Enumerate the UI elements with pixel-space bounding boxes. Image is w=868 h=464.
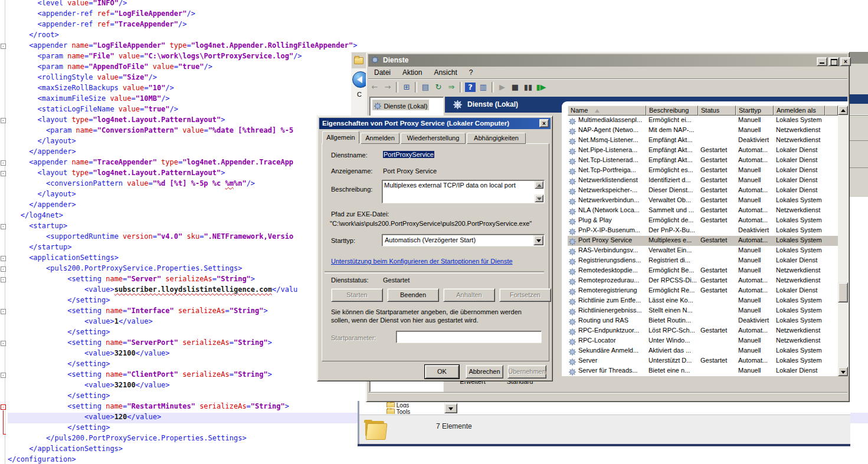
service-row-richtlinienergebniss[interactable]: Richtlinienergebniss...Stellt einen N...… [568, 306, 838, 316]
column-header-starttyp[interactable]: Starttyp [736, 106, 774, 116]
file-list-row[interactable]: Tools [386, 408, 410, 414]
help-icon[interactable]: ? [465, 83, 476, 92]
services-app-icon [371, 56, 379, 65]
menu-aktion[interactable]: Aktion [397, 67, 428, 78]
fold-toggle[interactable]: - [1, 224, 6, 229]
cell: Netzwerkdienst [776, 206, 825, 213]
service-row-remoteprozedurau[interactable]: Remoteprozedurau...Der RPCSS-Di...Gestar… [568, 276, 838, 286]
explorer-titlebar-fragment[interactable] [351, 52, 367, 69]
service-row-net-pipe-listenera[interactable]: Net.Pipe-Listenera...Empfängt Akt...Gest… [568, 146, 838, 156]
column-header-beschreibung[interactable]: Beschreibung [646, 106, 698, 116]
menu-ansicht[interactable]: Ansicht [428, 67, 463, 78]
fold-toggle[interactable]: - [1, 309, 6, 314]
service-row-ras-verbindungsv[interactable]: RAS-Verbindungsv...Verwaltet Ein...Manue… [568, 246, 838, 256]
service-row-netzwerklistendienst[interactable]: NetzwerklistendienstIdentifiziert d...Ge… [568, 176, 838, 186]
dienstname-value[interactable]: PortProxyService [383, 151, 434, 158]
fold-toggle[interactable]: - [1, 266, 6, 272]
dialog-tab-wiederherstellung[interactable]: Wiederherstellung [401, 133, 466, 144]
cell: Netzwerkdienst [776, 126, 825, 133]
minimize-button[interactable] [817, 57, 827, 66]
column-header-filler[interactable] [825, 106, 838, 116]
refresh-icon[interactable]: ↻ [432, 81, 445, 93]
service-row-port-proxy-service[interactable]: Port Proxy ServiceMultiplexes e...Gestar… [568, 236, 838, 246]
service-row-nap-agent-netwo[interactable]: NAP-Agent (Netwo...Mit dem NAP-...Manuel… [568, 126, 838, 136]
menu-datei[interactable]: Datei [368, 67, 397, 78]
service-row-net-msmq-listener[interactable]: Net.Msmq-Listener...Empfängt Akt...Deakt… [568, 136, 838, 146]
menu-?[interactable]: ? [463, 67, 479, 78]
starttyp-combobox[interactable]: Automatisch (Verzögerter Start) [382, 234, 545, 246]
column-header-status[interactable]: Status [698, 106, 736, 116]
service-row-rpc-endpunktzuor[interactable]: RPC-Endpunktzuor...Löst RPC-Sch...Gestar… [568, 326, 838, 336]
restart-service-icon[interactable]: ▮▶ [535, 81, 548, 93]
service-row-netzwerkspeicher[interactable]: Netzwerkspeicher-...Dieser Dienst...Gest… [568, 186, 838, 196]
close-button[interactable]: × [840, 57, 851, 66]
service-row-server[interactable]: ServerUnterstützt D...GestartetAutomat..… [568, 356, 838, 366]
description-scroll-down[interactable] [535, 195, 543, 202]
back-icon[interactable]: ← [368, 81, 381, 93]
maximize-button[interactable] [828, 57, 839, 66]
dialog-titlebar[interactable]: Eigenschaften von Port Proxy Service (Lo… [319, 118, 551, 129]
startparameter-input[interactable] [396, 331, 542, 343]
pause-service-icon[interactable]: ▮▮ [522, 81, 535, 93]
start-service-icon[interactable]: ▶ [496, 81, 509, 93]
fold-toggle-changed[interactable]: - [1, 404, 6, 410]
services-list-panel: NameBeschreibungStatusStarttypAnmelden a… [562, 101, 849, 376]
forward-icon[interactable]: → [381, 81, 394, 93]
export-list-icon[interactable]: ⇒ [445, 81, 458, 93]
cell: Stellt einen N... [648, 307, 698, 314]
service-row-registrierungsdiens[interactable]: Registrierungsdiens...Registriert di...M… [568, 256, 838, 266]
service-row-multimediaklassenpl[interactable]: Multimediaklassenpl...Ermöglicht ei...Ma… [568, 116, 838, 126]
beschreibung-textbox[interactable]: Multiplexes external TCP/IP data on loca… [382, 180, 545, 203]
fold-toggle[interactable]: - [1, 118, 6, 123]
fold-toggle[interactable]: - [1, 171, 6, 176]
file-list-row[interactable]: Logs [386, 402, 409, 407]
service-row-nla-network-loca[interactable]: NLA (Network Loca...Sammelt und ...Gesta… [568, 206, 838, 216]
service-row-remotedesktopdie[interactable]: Remotedesktopdie...Ermöglicht Be...Gesta… [568, 266, 838, 276]
dialog-close-button[interactable]: × [539, 119, 549, 127]
table-header: NameBeschreibungStatusStarttypAnmelden a… [568, 106, 838, 116]
properties-icon[interactable]: ▤ [419, 81, 432, 93]
scroll-down-button[interactable] [838, 367, 848, 376]
combobox-arrow[interactable] [533, 235, 543, 245]
tree-item-dienste-lokal[interactable]: Dienste (Lokal) [372, 100, 429, 110]
service-row-net-tcp-listenerad[interactable]: Net.Tcp-Listenerad...Empfängt Akt...Gest… [568, 156, 838, 166]
vertical-scrollbar[interactable] [838, 106, 848, 376]
service-row-pnp-x-ip-busenum[interactable]: PnP-X-IP-Busenum...Der PnP-X-Bu...Deakti… [568, 226, 838, 236]
service-row-rpc-locator[interactable]: RPC-LocatorUnter Windo...ManuellNetzwerk… [568, 336, 838, 346]
fold-toggle[interactable]: - [1, 373, 6, 378]
combo-dropdown-button[interactable] [444, 403, 457, 413]
startoptions-help-link[interactable]: Unterstützung beim Konfigurieren der Sta… [331, 258, 513, 265]
fold-toggle[interactable]: - [1, 160, 6, 166]
stop-service-icon[interactable]: ■ [509, 81, 522, 93]
fold-toggle[interactable]: - [1, 44, 6, 49]
service-row-server-f-r-threads[interactable]: Server für Threads...Bietet eine n...Man… [568, 366, 838, 376]
extended-view-icon[interactable]: ▥ [477, 81, 490, 93]
service-row-netzwerkverbindun[interactable]: Netzwerkverbindun...Verwaltet Ob...Gesta… [568, 196, 838, 206]
services-titlebar[interactable]: Dienste × [368, 54, 847, 67]
service-row-richtlinie-zum-entfe[interactable]: Richtlinie zum Entfe...Lässt eine Ko...M… [568, 296, 838, 306]
service-row-remoteregistrierung[interactable]: RemoteregistrierungErmöglicht Re...Gesta… [568, 286, 838, 296]
column-header-name[interactable]: Name [568, 106, 646, 116]
service-row-plug-play[interactable]: Plug & PlayErmöglicht de...GestartetAuto… [568, 216, 838, 226]
service-row-routing-und-ras[interactable]: Routing und RASBietet Routin...Deaktivie… [568, 316, 838, 326]
description-scroll-up[interactable] [535, 181, 543, 189]
scroll-thumb[interactable] [838, 282, 848, 302]
gear-icon [569, 148, 576, 155]
abbrechen-button[interactable]: Abbrechen [466, 365, 503, 379]
service-row-net-tcp-portfreiga[interactable]: Net.Tcp-Portfreiga...Ermöglicht es...Ges… [568, 166, 838, 176]
dialog-tab-anmelden[interactable]: Anmelden [361, 133, 399, 144]
fold-toggle[interactable]: - [1, 277, 6, 282]
dialog-tab-allgemein[interactable]: Allgemein [322, 131, 359, 144]
beenden-button[interactable]: Beenden [387, 288, 439, 302]
service-row-sekund-re-anmeld[interactable]: Sekundäre Anmeld...Aktiviert das ...Manu… [568, 346, 838, 356]
ok-button[interactable]: OK [425, 365, 459, 379]
screen: <level value="INFO"/> <appender-ref ref=… [0, 0, 868, 464]
cell: Deaktiviert [738, 317, 774, 324]
fold-toggle[interactable]: - [1, 341, 6, 346]
cell: Lokales System [776, 226, 825, 233]
column-header-anmelden-als[interactable]: Anmelden als [774, 106, 825, 116]
show-console-tree-icon[interactable]: ⊞ [400, 81, 413, 93]
scroll-up-button[interactable] [838, 106, 848, 115]
fold-toggle[interactable]: - [1, 256, 6, 261]
dialog-tab-abhängigkeiten[interactable]: Abhängigkeiten [467, 133, 526, 144]
